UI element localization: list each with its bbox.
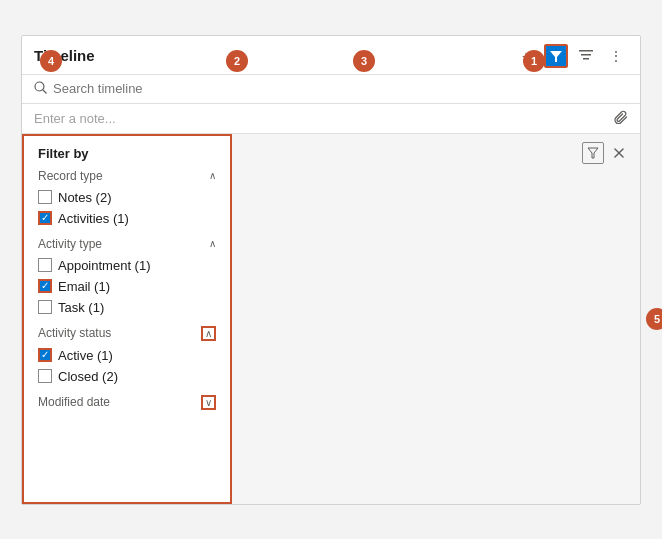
closed-label: Closed (2) xyxy=(58,369,118,384)
email-checkbox[interactable] xyxy=(38,279,52,293)
badge-4: 4 xyxy=(40,50,62,72)
sort-button[interactable] xyxy=(574,44,598,68)
filter-header: Filter by xyxy=(38,146,216,161)
appointment-filter-item: Appointment (1) xyxy=(38,255,216,276)
panel-top-right-icons xyxy=(582,142,630,164)
filter-button[interactable] xyxy=(544,44,568,68)
timeline-header: Timeline + ⋮ xyxy=(22,36,640,75)
notes-label: Notes (2) xyxy=(58,190,111,205)
right-panel: 5 xyxy=(232,134,640,504)
search-icon xyxy=(34,81,47,97)
close-panel-button[interactable] xyxy=(608,142,630,164)
task-filter-item: Task (1) xyxy=(38,297,216,318)
filter-panel: Filter by Record type ∧ Notes (2) Activi… xyxy=(22,134,232,504)
activity-status-chevron: ∧ xyxy=(201,326,216,341)
notes-checkbox[interactable] xyxy=(38,190,52,204)
timeline-widget: 4 3 2 1 Timeline + ⋮ xyxy=(21,35,641,505)
content-area: Filter by Record type ∧ Notes (2) Activi… xyxy=(22,134,640,504)
badge-5: 5 xyxy=(646,308,662,330)
record-type-chevron: ∧ xyxy=(209,170,216,181)
appointment-checkbox[interactable] xyxy=(38,258,52,272)
activity-type-section-header[interactable]: Activity type ∧ xyxy=(38,237,216,251)
badge-2: 2 xyxy=(226,50,248,72)
activity-type-label: Activity type xyxy=(38,237,102,251)
closed-filter-item: Closed (2) xyxy=(38,366,216,387)
search-bar xyxy=(22,75,640,104)
email-filter-item: Email (1) xyxy=(38,276,216,297)
activity-type-chevron: ∧ xyxy=(209,238,216,249)
record-type-label: Record type xyxy=(38,169,103,183)
activities-label: Activities (1) xyxy=(58,211,129,226)
appointment-label: Appointment (1) xyxy=(58,258,151,273)
search-input[interactable] xyxy=(53,81,628,96)
svg-rect-2 xyxy=(581,54,591,56)
closed-checkbox[interactable] xyxy=(38,369,52,383)
svg-point-4 xyxy=(35,82,44,91)
more-button[interactable]: ⋮ xyxy=(604,44,628,68)
attachment-icon[interactable] xyxy=(614,110,628,127)
record-type-section-header[interactable]: Record type ∧ xyxy=(38,169,216,183)
svg-rect-3 xyxy=(583,58,589,60)
svg-rect-1 xyxy=(579,50,593,52)
activity-status-label: Activity status xyxy=(38,326,111,340)
note-placeholder-text[interactable]: Enter a note... xyxy=(34,111,614,126)
activities-checkbox[interactable] xyxy=(38,211,52,225)
badge-3: 3 xyxy=(353,50,375,72)
active-filter-item: Active (1) xyxy=(38,345,216,366)
modified-date-label: Modified date xyxy=(38,395,110,409)
email-label: Email (1) xyxy=(58,279,110,294)
activity-status-section-header[interactable]: Activity status ∧ xyxy=(38,326,216,341)
svg-line-5 xyxy=(43,90,47,94)
modified-date-chevron: ∨ xyxy=(201,395,216,410)
svg-marker-6 xyxy=(588,148,598,158)
task-label: Task (1) xyxy=(58,300,104,315)
active-checkbox[interactable] xyxy=(38,348,52,362)
activities-filter-item: Activities (1) xyxy=(38,208,216,229)
notes-filter-item: Notes (2) xyxy=(38,187,216,208)
task-checkbox[interactable] xyxy=(38,300,52,314)
active-label: Active (1) xyxy=(58,348,113,363)
note-entry-bar: Enter a note... xyxy=(22,104,640,134)
badge-1: 1 xyxy=(523,50,545,72)
filter-small-icon[interactable] xyxy=(582,142,604,164)
svg-marker-0 xyxy=(550,51,562,62)
modified-date-section-header[interactable]: Modified date ∨ xyxy=(38,395,216,410)
